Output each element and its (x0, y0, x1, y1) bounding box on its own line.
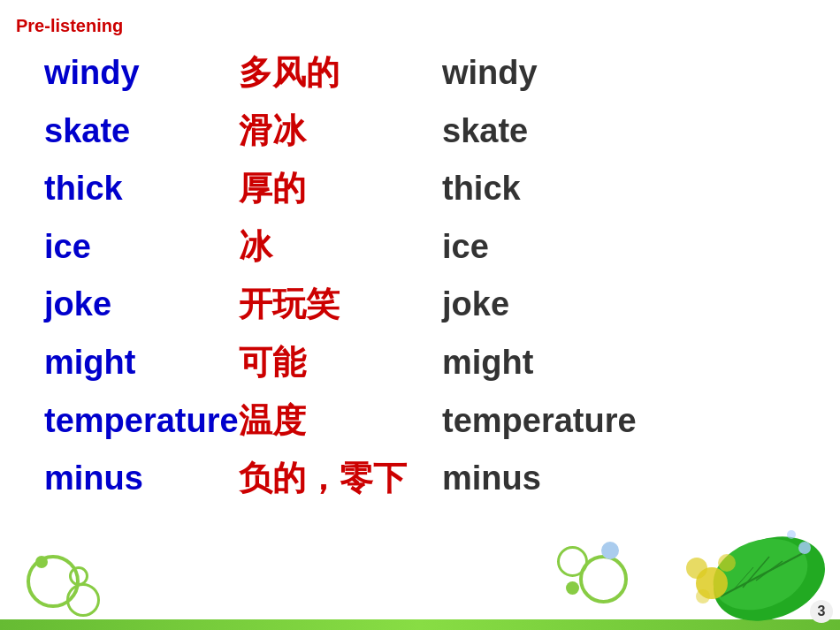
vocab-chinese-2: 厚的 (212, 160, 424, 218)
col-chinese: 多风的滑冰厚的冰开玩笑可能温度负的，零下 (212, 44, 424, 508)
circle-big (27, 555, 80, 608)
vocab-english2-5: might (424, 334, 822, 392)
vocab-english-6: temperature (18, 392, 212, 451)
col-english: windyskatethickicejokemighttemperaturemi… (18, 44, 212, 508)
page-number: 3 (810, 600, 833, 623)
vocab-english2-2: thick (424, 160, 822, 218)
vocab-table: windyskatethickicejokemighttemperaturemi… (0, 44, 840, 508)
vocab-english2-0: windy (424, 44, 822, 102)
svg-point-11 (787, 530, 796, 539)
vocab-chinese-5: 可能 (212, 334, 424, 392)
vocab-english2-7: minus (424, 450, 822, 508)
vocab-english-0: windy (18, 44, 212, 102)
vocab-english-7: minus (18, 450, 212, 508)
circle-tiny (35, 556, 48, 568)
svg-point-10 (798, 542, 811, 554)
circle-med (66, 583, 100, 617)
svg-point-9 (696, 589, 710, 603)
circle-r3 (601, 542, 619, 559)
col-english2: windyskatethickicejokemighttemperaturemi… (424, 44, 822, 508)
vocab-english2-6: temperature (424, 392, 822, 451)
svg-point-7 (686, 558, 707, 579)
vocab-english-4: joke (18, 276, 212, 334)
vocab-english-2: thick (18, 160, 212, 218)
circle-sml (69, 566, 88, 586)
vocab-english2-3: ice (424, 218, 822, 277)
vocab-chinese-1: 滑冰 (212, 102, 424, 161)
vocab-chinese-3: 冰 (212, 218, 424, 277)
circle-r4 (566, 581, 579, 595)
vocab-chinese-0: 多风的 (212, 44, 424, 102)
vocab-chinese-6: 温度 (212, 392, 424, 451)
vocab-english-5: might (18, 334, 212, 392)
leaf-decoration (654, 517, 831, 623)
vocab-english2-4: joke (424, 276, 822, 334)
svg-point-8 (718, 554, 736, 572)
vocab-chinese-7: 负的，零下 (212, 450, 424, 508)
circle-r1 (579, 555, 628, 603)
vocab-english-3: ice (18, 218, 212, 277)
pre-listening-heading: Pre-listening (16, 16, 123, 36)
vocab-chinese-4: 开玩笑 (212, 276, 424, 334)
circle-r2 (557, 546, 588, 577)
vocab-english-1: skate (18, 102, 212, 161)
vocab-english2-1: skate (424, 102, 822, 161)
